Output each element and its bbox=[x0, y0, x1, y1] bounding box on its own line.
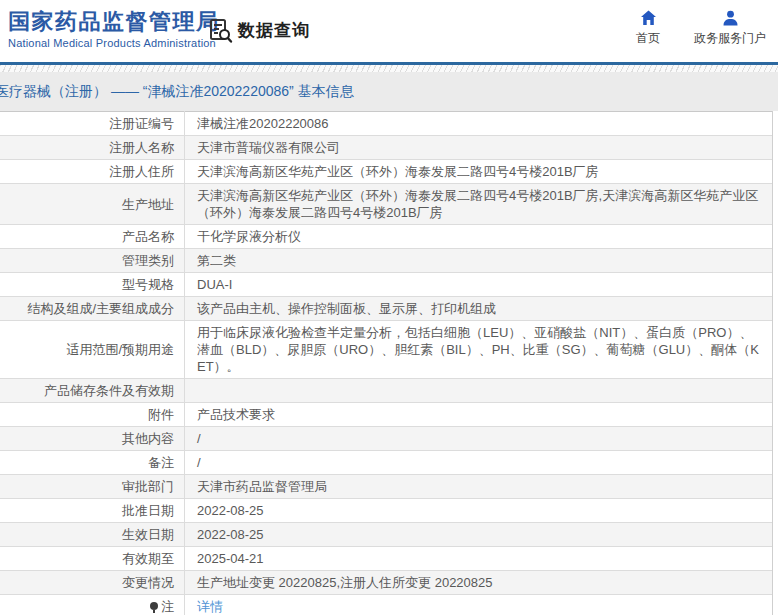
hatch-stripe-band bbox=[0, 65, 778, 72]
user-icon bbox=[722, 10, 739, 26]
row-label: 生效日期 bbox=[0, 523, 185, 547]
table-row: 型号规格DUA-I bbox=[0, 273, 773, 297]
row-label: 产品储存条件及有效期 bbox=[0, 379, 185, 403]
row-value: 天津滨海高新区华苑产业区（环外）海泰发展二路四号4号楼201B厂房 bbox=[185, 160, 773, 184]
row-label: 注册人名称 bbox=[0, 136, 185, 160]
data-query-label: 数据查询 bbox=[238, 19, 310, 42]
breadcrumb-band: 医疗器械（注册） —— “津械注准20202220086” 基本信息 bbox=[0, 72, 778, 111]
row-label: 注册证编号 bbox=[0, 112, 185, 136]
header-nav: 首页 政务服务门户 bbox=[636, 10, 766, 47]
table-row: 管理类别第二类 bbox=[0, 249, 773, 273]
row-value: / bbox=[185, 427, 773, 451]
row-value: 2022-08-25 bbox=[185, 523, 773, 547]
row-label: 变更情况 bbox=[0, 571, 185, 595]
row-value: 产品技术要求 bbox=[185, 403, 773, 427]
nav-home[interactable]: 首页 bbox=[636, 10, 660, 47]
row-label: 生产地址 bbox=[0, 184, 185, 225]
row-value: 天津滨海高新区华苑产业区（环外）海泰发展二路四号4号楼201B厂房,天津滨海高新… bbox=[185, 184, 773, 225]
row-value: 该产品由主机、操作控制面板、显示屏、打印机组成 bbox=[185, 297, 773, 321]
breadcrumb: 医疗器械（注册） —— “津械注准20202220086” 基本信息 bbox=[0, 83, 354, 101]
table-row: 备注/ bbox=[0, 451, 773, 475]
table-row: 结构及组成/主要组成成分该产品由主机、操作控制面板、显示屏、打印机组成 bbox=[0, 297, 773, 321]
table-row: 注册人名称天津市普瑞仪器有限公司 bbox=[0, 136, 773, 160]
registration-info-table: 注册证编号津械注准20202220086注册人名称天津市普瑞仪器有限公司注册人住… bbox=[0, 111, 773, 615]
data-query-section[interactable]: 数据查询 bbox=[208, 17, 310, 44]
logo-title: 国家药品监督管理局 bbox=[8, 9, 220, 35]
table-row: 注册人住所天津滨海高新区华苑产业区（环外）海泰发展二路四号4号楼201B厂房 bbox=[0, 160, 773, 184]
nav-gov-portal-label: 政务服务门户 bbox=[694, 30, 766, 47]
document-search-icon bbox=[208, 17, 234, 44]
nav-home-label: 首页 bbox=[636, 30, 660, 47]
row-label: 管理类别 bbox=[0, 249, 185, 273]
table-row: 产品名称干化学尿液分析仪 bbox=[0, 225, 773, 249]
table-row: 其他内容/ bbox=[0, 427, 773, 451]
row-label: 附件 bbox=[0, 403, 185, 427]
row-value: 2025-04-21 bbox=[185, 547, 773, 571]
logo-subtitle: National Medical Products Administration bbox=[8, 37, 220, 49]
detail-link[interactable]: 详情 bbox=[197, 599, 223, 614]
site-header: 国家药品监督管理局 National Medical Products Admi… bbox=[0, 0, 778, 62]
table-row: 生产地址天津滨海高新区华苑产业区（环外）海泰发展二路四号4号楼201B厂房,天津… bbox=[0, 184, 773, 225]
row-value: 2022-08-25 bbox=[185, 499, 773, 523]
row-value: 用于临床尿液化验检查半定量分析，包括白细胞（LEU）、亚硝酸盐（NIT）、蛋白质… bbox=[185, 321, 773, 379]
row-value: 津械注准20202220086 bbox=[185, 112, 773, 136]
row-label: 其他内容 bbox=[0, 427, 185, 451]
row-label: 产品名称 bbox=[0, 225, 185, 249]
table-row: 适用范围/预期用途用于临床尿液化验检查半定量分析，包括白细胞（LEU）、亚硝酸盐… bbox=[0, 321, 773, 379]
row-value: 详情 bbox=[185, 595, 773, 615]
home-icon bbox=[640, 10, 657, 26]
row-label: 批准日期 bbox=[0, 499, 185, 523]
row-label: 型号规格 bbox=[0, 273, 185, 297]
row-label: 备注 bbox=[0, 451, 185, 475]
row-value: 生产地址变更 20220825,注册人住所变更 20220825 bbox=[185, 571, 773, 595]
info-table-body: 注册证编号津械注准20202220086注册人名称天津市普瑞仪器有限公司注册人住… bbox=[0, 112, 773, 615]
row-label: 有效期至 bbox=[0, 547, 185, 571]
table-row: 附件产品技术要求 bbox=[0, 403, 773, 427]
table-row: 产品储存条件及有效期 bbox=[0, 379, 773, 403]
table-row: 注详情 bbox=[0, 595, 773, 615]
nmpa-logo[interactable]: 国家药品监督管理局 National Medical Products Admi… bbox=[8, 9, 220, 49]
row-value bbox=[185, 379, 773, 403]
nav-gov-portal[interactable]: 政务服务门户 bbox=[694, 10, 766, 47]
row-value: 天津市普瑞仪器有限公司 bbox=[185, 136, 773, 160]
table-row: 批准日期2022-08-25 bbox=[0, 499, 773, 523]
row-value: 第二类 bbox=[185, 249, 773, 273]
note-icon bbox=[150, 602, 158, 610]
row-value: DUA-I bbox=[185, 273, 773, 297]
row-label: 审批部门 bbox=[0, 475, 185, 499]
row-label: 注 bbox=[0, 595, 185, 615]
row-value: / bbox=[185, 451, 773, 475]
table-row: 变更情况生产地址变更 20220825,注册人住所变更 20220825 bbox=[0, 571, 773, 595]
table-row: 生效日期2022-08-25 bbox=[0, 523, 773, 547]
row-label: 适用范围/预期用途 bbox=[0, 321, 185, 379]
table-row: 注册证编号津械注准20202220086 bbox=[0, 112, 773, 136]
row-value: 干化学尿液分析仪 bbox=[185, 225, 773, 249]
table-row: 有效期至2025-04-21 bbox=[0, 547, 773, 571]
table-row: 审批部门天津市药品监督管理局 bbox=[0, 475, 773, 499]
row-label: 注册人住所 bbox=[0, 160, 185, 184]
row-label: 结构及组成/主要组成成分 bbox=[0, 297, 185, 321]
row-value: 天津市药品监督管理局 bbox=[185, 475, 773, 499]
